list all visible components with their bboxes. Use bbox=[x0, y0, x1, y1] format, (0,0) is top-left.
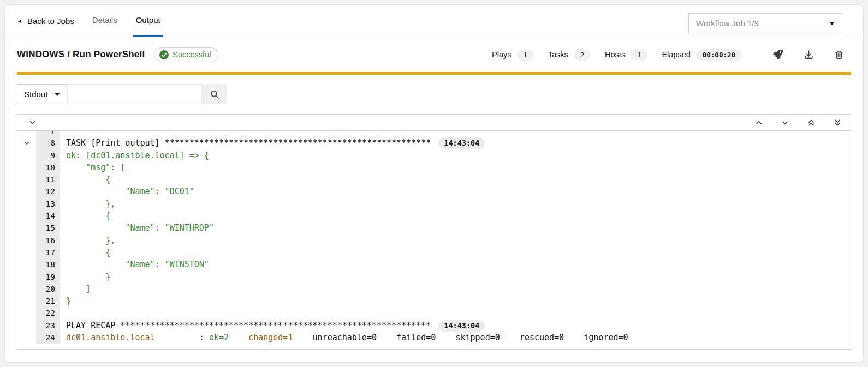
line-number[interactable]: 16 bbox=[36, 234, 60, 246]
search-input[interactable] bbox=[67, 84, 202, 104]
search-icon bbox=[210, 89, 219, 99]
line-text: { bbox=[60, 173, 110, 185]
console-line: 19 } bbox=[17, 271, 851, 283]
console-line: 20 ] bbox=[17, 283, 851, 295]
console-line: 10 "msg": [ bbox=[17, 161, 851, 173]
line-number[interactable]: 10 bbox=[36, 161, 60, 173]
stdout-filter-select[interactable]: Stdout bbox=[17, 84, 67, 104]
line-number[interactable]: 9 bbox=[36, 149, 60, 161]
line-number[interactable]: 7 bbox=[36, 131, 60, 137]
console-line: 21} bbox=[17, 295, 851, 307]
line-number[interactable]: 14 bbox=[36, 210, 60, 222]
status-badge: Successful bbox=[154, 47, 218, 62]
job-output-console[interactable]: 78TASK [Print output] ******************… bbox=[17, 131, 851, 350]
scroll-to-top-icon[interactable] bbox=[806, 117, 817, 128]
caret-column bbox=[17, 320, 36, 332]
console-line: 15 "Name": "WINTHROP" bbox=[17, 222, 851, 234]
caret-column bbox=[17, 173, 36, 185]
console-line: 24dc01.ansible.local : ok=2 changed=1 un… bbox=[17, 332, 851, 344]
line-text: { bbox=[60, 210, 110, 222]
stat-value-badge: 2 bbox=[574, 49, 591, 61]
stat-value-badge: 1 bbox=[631, 49, 647, 61]
line-number[interactable]: 12 bbox=[36, 185, 60, 197]
line-text: } bbox=[60, 295, 71, 307]
scroll-previous-icon[interactable] bbox=[753, 117, 764, 128]
console-rows: 78TASK [Print output] ******************… bbox=[17, 131, 851, 344]
search-button[interactable] bbox=[202, 84, 227, 104]
console-line: 23PLAY RECAP ***************************… bbox=[17, 320, 851, 332]
tab-output[interactable]: Output bbox=[133, 5, 163, 37]
line-number[interactable]: 13 bbox=[36, 198, 60, 210]
expand-collapse-all-icon[interactable] bbox=[27, 117, 38, 128]
job-header: WINDOWS / Run PowerShell Successful Play… bbox=[5, 37, 863, 72]
line-number[interactable]: 17 bbox=[36, 246, 60, 258]
line-number[interactable]: 21 bbox=[36, 295, 60, 307]
line-text: { bbox=[60, 246, 110, 258]
stat-label: Plays bbox=[492, 50, 511, 59]
relaunch-rocket-icon[interactable] bbox=[766, 46, 790, 63]
scroll-to-bottom-icon[interactable] bbox=[832, 117, 843, 128]
line-text: }, bbox=[60, 234, 115, 246]
caret-column bbox=[17, 283, 36, 295]
status-accent-bar bbox=[17, 72, 851, 75]
caret-column bbox=[17, 161, 36, 173]
stats-container: Plays1Tasks2Hosts1Elapsed00:00:20 bbox=[478, 49, 742, 61]
line-text: }, bbox=[60, 198, 115, 210]
job-actions bbox=[759, 46, 851, 63]
stdout-filter-value: Stdout bbox=[24, 89, 47, 99]
line-text: ok: [dc01.ansible.local] => { bbox=[60, 149, 209, 161]
line-number[interactable]: 19 bbox=[36, 271, 60, 283]
line-number[interactable]: 18 bbox=[36, 258, 60, 270]
chevron-down-icon bbox=[829, 22, 835, 25]
stat-label: Tasks bbox=[548, 50, 568, 59]
line-text: "Name": "WINTHROP" bbox=[60, 222, 214, 234]
line-text: ] bbox=[60, 283, 91, 295]
caret-column bbox=[17, 149, 36, 161]
line-number[interactable]: 24 bbox=[36, 332, 60, 344]
line-number[interactable]: 20 bbox=[36, 283, 60, 295]
back-to-jobs-link[interactable]: ◄ Back to Jobs bbox=[17, 5, 74, 37]
check-circle-icon bbox=[159, 50, 169, 59]
line-number[interactable]: 11 bbox=[36, 173, 60, 185]
timestamp-badge: 14:43:04 bbox=[438, 137, 485, 149]
console-line: 18 "Name": "WINSTON" bbox=[17, 258, 851, 270]
line-text bbox=[60, 307, 66, 319]
timestamp-badge: 14:43:04 bbox=[438, 320, 485, 332]
caret-column bbox=[17, 271, 36, 283]
caret-column bbox=[17, 295, 36, 307]
console-line: 17 { bbox=[17, 246, 851, 258]
tab-details-label: Details bbox=[92, 15, 117, 25]
tab-bar: ◄ Back to Jobs Details Output Workflow J… bbox=[5, 5, 863, 37]
console-line: 11 { bbox=[17, 173, 851, 185]
console-line: 9ok: [dc01.ansible.local] => { bbox=[17, 149, 851, 161]
caret-column bbox=[17, 307, 36, 319]
console-line: 16 }, bbox=[17, 234, 851, 246]
stat-value-badge: 00:00:20 bbox=[696, 49, 742, 61]
caret-column bbox=[17, 234, 36, 246]
line-number[interactable]: 23 bbox=[36, 320, 60, 332]
stat-hosts: Hosts1 bbox=[605, 49, 647, 61]
back-arrow-icon: ◄ bbox=[17, 18, 22, 24]
line-text: "Name": "DC01" bbox=[60, 185, 194, 197]
tab-details[interactable]: Details bbox=[90, 5, 120, 37]
line-text: "Name": "WINSTON" bbox=[60, 258, 209, 270]
caret-column bbox=[17, 210, 36, 222]
line-number[interactable]: 22 bbox=[36, 307, 60, 319]
page-title: WINDOWS / Run PowerShell bbox=[17, 49, 145, 60]
stat-elapsed: Elapsed00:00:20 bbox=[662, 49, 742, 61]
line-number[interactable]: 15 bbox=[36, 222, 60, 234]
download-output-icon[interactable] bbox=[796, 46, 821, 63]
caret-column bbox=[17, 246, 36, 258]
chevron-down-icon bbox=[55, 93, 60, 96]
delete-job-trash-icon[interactable] bbox=[827, 46, 851, 63]
console-toolbar bbox=[17, 114, 851, 131]
line-text: dc01.ansible.local : ok=2 changed=1 unre… bbox=[60, 332, 628, 344]
task-expand-chevron-icon[interactable] bbox=[17, 137, 36, 149]
job-output-page: ◄ Back to Jobs Details Output Workflow J… bbox=[4, 4, 864, 363]
tab-output-label: Output bbox=[136, 15, 160, 25]
line-number[interactable]: 8 bbox=[36, 137, 60, 149]
scroll-next-icon[interactable] bbox=[780, 117, 790, 128]
line-text bbox=[60, 131, 66, 137]
stat-value-badge: 1 bbox=[517, 49, 534, 61]
workflow-job-select[interactable]: Workflow Job 1/9 bbox=[688, 13, 842, 33]
